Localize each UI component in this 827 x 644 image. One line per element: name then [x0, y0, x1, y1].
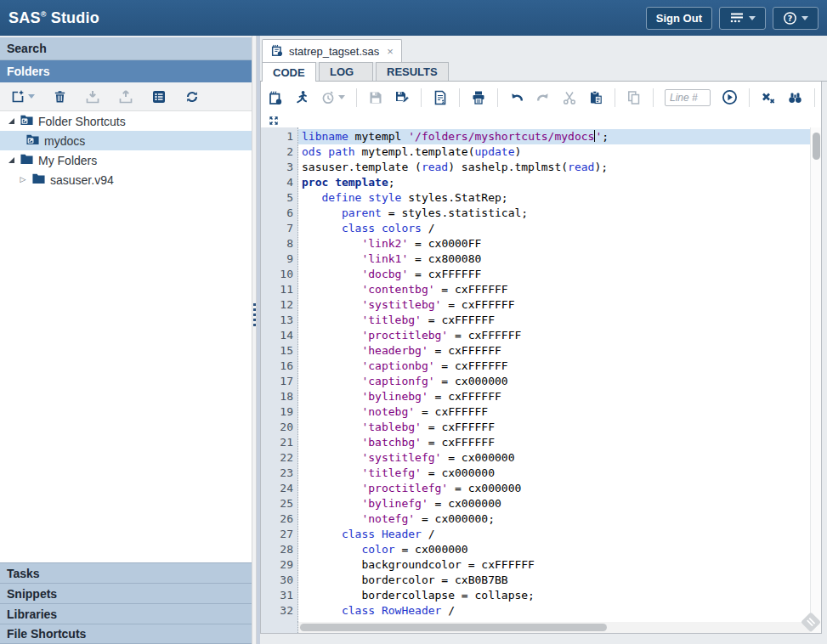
- vertical-scrollbar[interactable]: [810, 127, 821, 622]
- code-line-14[interactable]: 'proctitlebg' = cxFFFFFF: [298, 328, 810, 343]
- tab-code-label: CODE: [273, 66, 305, 79]
- code-editor[interactable]: 1234567891011121314151617181920212223242…: [261, 127, 821, 622]
- section-search[interactable]: Search: [0, 37, 252, 60]
- code-line-3[interactable]: sasuser.template (read) sashelp.tmplmst(…: [298, 160, 810, 175]
- toolbar-separator: [421, 88, 422, 107]
- new-button[interactable]: [10, 89, 35, 105]
- section-snippets[interactable]: Snippets: [0, 583, 252, 603]
- tree-item-label: My Folders: [38, 154, 97, 167]
- collapsed-caret-icon[interactable]: ▷: [19, 176, 27, 184]
- redo-button[interactable]: [535, 90, 551, 105]
- save-button[interactable]: [368, 90, 383, 105]
- code-line-30[interactable]: bordercolor = cxB0B7BB: [298, 573, 810, 588]
- file-shortcuts-label: File Shortcuts: [7, 627, 86, 641]
- code-line-13[interactable]: 'titlebg' = cxFFFFFF: [298, 313, 810, 328]
- tree-item-label: mydocs: [44, 134, 85, 148]
- copy-button[interactable]: [626, 90, 642, 105]
- horizontal-scrollbar[interactable]: [298, 622, 810, 633]
- code-line-32[interactable]: class RowHeader /: [298, 603, 810, 619]
- clear-code-button[interactable]: [761, 90, 776, 105]
- code-line-25[interactable]: 'bylinefg' = cx000000: [298, 496, 810, 511]
- code-line-9[interactable]: 'link1' = cx800080: [298, 251, 810, 267]
- code-line-1[interactable]: libname mytempl '/folders/myshortcuts/my…: [298, 129, 810, 144]
- tree-item-my-folders[interactable]: My Folders: [0, 150, 252, 170]
- code-line-16[interactable]: 'captionbg' = cxFFFFFF: [298, 359, 810, 374]
- code-line-27[interactable]: class Header /: [298, 527, 810, 542]
- code-line-26[interactable]: 'notefg' = cx000000;: [298, 511, 810, 527]
- save-icon: [368, 90, 383, 105]
- paste-button[interactable]: [588, 90, 603, 105]
- tree-item-mydocs[interactable]: mydocs: [0, 131, 252, 150]
- code-line-6[interactable]: parent = styles.statistical;: [298, 206, 810, 221]
- code-line-29[interactable]: backgroundcolor = cxFFFFFF: [298, 557, 810, 573]
- code-line-8[interactable]: 'link2' = cx0000FF: [298, 236, 810, 251]
- tab-log[interactable]: LOG: [319, 62, 373, 81]
- code-lines[interactable]: libname mytempl '/folders/myshortcuts/my…: [298, 127, 810, 622]
- tab-code[interactable]: CODE: [262, 62, 316, 82]
- cut-button[interactable]: [562, 90, 577, 105]
- close-tab-icon[interactable]: ×: [387, 45, 394, 58]
- code-line-31[interactable]: bordercollapse = collapse;: [298, 588, 810, 603]
- toolbar-separator: [749, 88, 750, 107]
- tab-results[interactable]: RESULTS: [376, 62, 449, 81]
- code-line-28[interactable]: color = cx000000: [298, 542, 810, 557]
- tree-item-folder-shortcuts[interactable]: Folder Shortcuts: [0, 111, 252, 131]
- code-line-5[interactable]: define style styles.StatRep;: [298, 190, 810, 206]
- refresh-button[interactable]: [184, 89, 200, 105]
- section-libraries[interactable]: Libraries: [0, 603, 252, 624]
- new-program-button[interactable]: [268, 90, 283, 105]
- code-line-18[interactable]: 'bylinebg' = cxFFFFFF: [298, 389, 810, 404]
- code-line-24[interactable]: 'proctitlefg' = cx000000: [298, 481, 810, 496]
- app-title: SAS® Studio: [8, 9, 99, 27]
- undo-button[interactable]: [509, 90, 524, 105]
- section-tasks[interactable]: Tasks: [0, 562, 252, 583]
- save-as-button[interactable]: [394, 90, 410, 105]
- folder-icon: [31, 172, 46, 188]
- program-code-button[interactable]: [433, 90, 448, 105]
- code-line-22[interactable]: 'systitlefg' = cx000000: [298, 450, 810, 466]
- resize-grip[interactable]: [796, 608, 825, 641]
- run-button[interactable]: [294, 90, 309, 105]
- upload-button[interactable]: [118, 89, 133, 105]
- gutter: 1234567891011121314151617181920212223242…: [261, 127, 298, 622]
- code-line-11[interactable]: 'contentbg' = cxFFFFFF: [298, 282, 810, 297]
- expanded-caret-icon[interactable]: [7, 157, 15, 163]
- sign-out-button[interactable]: Sign Out: [646, 7, 712, 30]
- code-line-10[interactable]: 'docbg' = cxFFFFFF: [298, 267, 810, 282]
- code-line-23[interactable]: 'titlefg' = cx000000: [298, 466, 810, 481]
- code-line-12[interactable]: 'systitlebg' = cxFFFFFF: [298, 297, 810, 313]
- code-line-4[interactable]: proc template;: [298, 175, 810, 190]
- more-menu-button[interactable]: [719, 7, 766, 30]
- tree-item-sasuser-v94[interactable]: ▷ sasuser.v94: [0, 170, 252, 189]
- code-line-19[interactable]: 'notebg' = cxFFFFFF: [298, 404, 810, 420]
- splitter-handle[interactable]: [252, 36, 257, 644]
- maximize-view-button[interactable]: [269, 116, 279, 126]
- vertical-scrollbar-thumb[interactable]: [813, 133, 820, 160]
- header-actions: Sign Out ?: [646, 7, 819, 30]
- properties-button[interactable]: [151, 89, 167, 105]
- new-icon: [10, 89, 25, 105]
- code-line-20[interactable]: 'tablebg' = cxFFFFFF: [298, 420, 810, 435]
- document-tab[interactable]: statrep_tagset.sas ×: [262, 39, 402, 62]
- expanded-caret-icon[interactable]: [7, 118, 15, 124]
- go-to-line-button[interactable]: [722, 89, 738, 105]
- horizontal-scrollbar-thumb[interactable]: [300, 624, 607, 631]
- section-file-shortcuts[interactable]: File Shortcuts: [0, 624, 252, 644]
- help-menu-button[interactable]: ?: [773, 7, 819, 30]
- program-icon: [268, 90, 283, 105]
- find-button[interactable]: [787, 90, 803, 105]
- delete-button[interactable]: [53, 89, 67, 105]
- code-line-15[interactable]: 'headerbg' = cxFFFFFF: [298, 343, 810, 359]
- code-line-17[interactable]: 'captionfg' = cx000000: [298, 374, 810, 389]
- submission-history-button[interactable]: [320, 90, 345, 105]
- line-number-input[interactable]: [665, 89, 711, 106]
- section-folders[interactable]: Folders: [0, 60, 252, 82]
- code-line-21[interactable]: 'batchbg' = cxFFFFFF: [298, 435, 810, 450]
- folder-shortcut-icon: [20, 113, 34, 129]
- app-title-sas: SAS: [8, 9, 41, 26]
- code-line-7[interactable]: class colors /: [298, 221, 810, 236]
- print-button[interactable]: [471, 90, 486, 105]
- code-editor-panel: 1234567891011121314151617181920212223242…: [260, 82, 822, 634]
- download-button[interactable]: [85, 89, 100, 105]
- code-line-2[interactable]: ods path mytempl.template(update): [298, 144, 810, 160]
